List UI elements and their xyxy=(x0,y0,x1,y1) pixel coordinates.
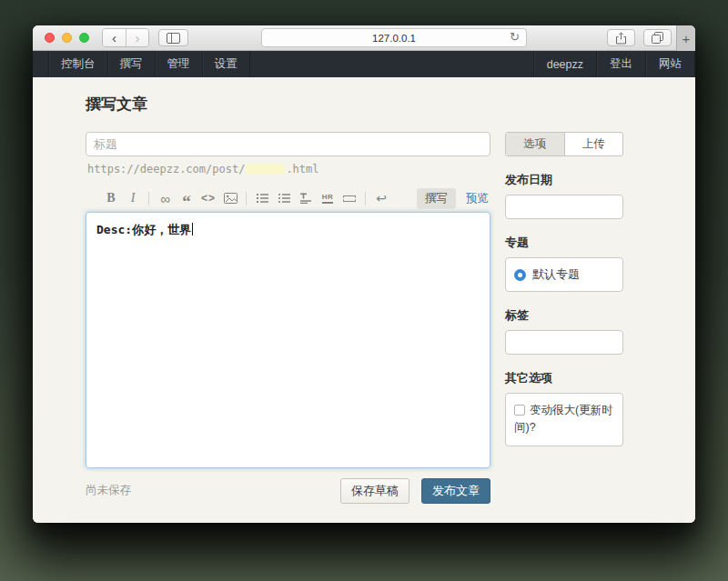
reload-icon[interactable]: ↻ xyxy=(510,30,520,44)
toolbar-divider xyxy=(148,192,149,205)
italic-button[interactable]: I xyxy=(123,188,143,208)
page-break-icon xyxy=(343,195,356,202)
heading-button[interactable] xyxy=(296,188,316,208)
editor-text: Desc:你好，世界 xyxy=(96,223,191,236)
image-icon xyxy=(224,193,238,204)
history-nav-group: ‹ › xyxy=(102,28,149,47)
editor-mode-tabs: 撰写 预览 xyxy=(417,188,489,209)
share-icon xyxy=(615,32,627,45)
titlebar-right-buttons xyxy=(607,29,672,46)
publish-date-label: 发布日期 xyxy=(505,172,623,188)
editor-footer: 尚未保存 保存草稿 发布文章 xyxy=(86,478,490,504)
tab-overview-button[interactable] xyxy=(643,29,672,46)
new-tab-button[interactable]: + xyxy=(676,25,695,51)
forward-button[interactable]: › xyxy=(126,29,148,46)
bold-button[interactable]: B xyxy=(101,188,121,208)
publish-button[interactable]: 发布文章 xyxy=(421,478,490,504)
url-text: 127.0.0.1 xyxy=(372,33,416,44)
browser-titlebar: ‹ › 127.0.0.1 ↻ xyxy=(33,25,695,51)
permalink-slug-highlight[interactable] xyxy=(246,164,285,175)
nav-item-username[interactable]: deepzz xyxy=(533,51,596,77)
permalink-prefix: https://deepzz.com/post/ xyxy=(87,163,245,175)
close-window-button[interactable] xyxy=(45,33,55,43)
other-options-label: 其它选项 xyxy=(505,370,623,386)
topic-box: 默认专题 xyxy=(505,257,623,292)
page-break-button[interactable] xyxy=(339,188,359,208)
unordered-list-button[interactable] xyxy=(274,188,294,208)
editor-column: https://deepzz.com/post/.html B I ∞ “ <> xyxy=(86,132,490,504)
editor-textarea[interactable]: Desc:你好，世界 xyxy=(86,212,490,468)
page-content: 撰写文章 https://deepzz.com/post/.html B I ∞… xyxy=(33,77,695,523)
permalink-suffix: .html xyxy=(286,163,318,175)
publish-date-input[interactable] xyxy=(505,195,623,219)
ordered-list-button[interactable] xyxy=(252,188,272,208)
share-button[interactable] xyxy=(607,29,635,46)
app-navbar: 控制台 撰写 管理 设置 deepzz 登出 网站 xyxy=(33,51,695,77)
big-change-row[interactable]: 变动很大(更新时间)? xyxy=(514,404,613,434)
tab-options[interactable]: 选项 xyxy=(506,133,564,155)
zoom-window-button[interactable] xyxy=(79,33,89,43)
tags-label: 标签 xyxy=(505,307,623,324)
horizontal-rule-icon: HR xyxy=(322,193,334,204)
traffic-lights xyxy=(45,33,89,43)
code-button[interactable]: <> xyxy=(198,188,218,208)
nav-item-console[interactable]: 控制台 xyxy=(48,51,107,77)
unordered-list-icon xyxy=(278,193,290,204)
text-caret xyxy=(192,223,193,235)
checkbox-unchecked-icon[interactable] xyxy=(514,405,525,416)
sidebar-icon xyxy=(167,33,180,44)
options-sidebar: 选项 上传 发布日期 专题 默认专题 标签 其它选项 变动很大(更新时间)? xyxy=(505,132,623,504)
browser-window: ‹ › 127.0.0.1 ↻ xyxy=(33,25,695,523)
tab-upload[interactable]: 上传 xyxy=(564,133,623,155)
addressbar-wrap: 127.0.0.1 ↻ xyxy=(188,28,600,47)
topic-radio-row[interactable]: 默认专题 xyxy=(514,266,614,283)
undo-button[interactable]: ↩ xyxy=(371,188,391,208)
nav-item-settings[interactable]: 设置 xyxy=(202,51,250,77)
quote-button[interactable]: “ xyxy=(177,188,197,208)
heading-icon xyxy=(299,193,312,204)
sidebar-tabs: 选项 上传 xyxy=(505,132,623,156)
toolbar-divider xyxy=(246,192,247,205)
image-button[interactable] xyxy=(220,188,240,208)
minimize-window-button[interactable] xyxy=(62,33,72,43)
horizontal-rule-button[interactable]: HR xyxy=(318,188,338,208)
navbar-right: deepzz 登出 网站 xyxy=(533,51,695,77)
nav-item-site[interactable]: 网站 xyxy=(645,51,695,77)
big-change-label: 变动很大(更新时间)? xyxy=(514,404,613,434)
radio-selected-icon[interactable] xyxy=(514,269,526,281)
permalink: https://deepzz.com/post/.html xyxy=(87,163,490,175)
save-status-text: 尚未保存 xyxy=(86,483,131,498)
other-options-box: 变动很大(更新时间)? xyxy=(505,393,623,446)
tabs-icon xyxy=(652,32,663,44)
nav-item-manage[interactable]: 管理 xyxy=(155,51,202,77)
preview-tab[interactable]: 预览 xyxy=(466,191,489,206)
page-title: 撰写文章 xyxy=(86,94,695,115)
topic-label: 专题 xyxy=(505,235,623,251)
post-title-input[interactable] xyxy=(86,132,490,156)
navbar-left: 控制台 撰写 管理 设置 xyxy=(48,51,250,77)
address-bar[interactable]: 127.0.0.1 ↻ xyxy=(261,28,527,47)
default-topic-label: 默认专题 xyxy=(532,266,580,283)
nav-item-logout[interactable]: 登出 xyxy=(596,51,645,77)
ordered-list-icon xyxy=(256,193,268,204)
write-tab[interactable]: 撰写 xyxy=(417,188,456,209)
toolbar-divider xyxy=(365,192,366,205)
editor-toolbar: B I ∞ “ <> xyxy=(86,187,490,209)
save-draft-button[interactable]: 保存草稿 xyxy=(340,478,410,504)
link-button[interactable]: ∞ xyxy=(155,188,175,208)
tags-input[interactable] xyxy=(505,330,623,355)
back-button[interactable]: ‹ xyxy=(103,29,126,46)
nav-item-write[interactable]: 撰写 xyxy=(107,51,155,77)
sidebar-toggle-button[interactable] xyxy=(158,29,188,46)
